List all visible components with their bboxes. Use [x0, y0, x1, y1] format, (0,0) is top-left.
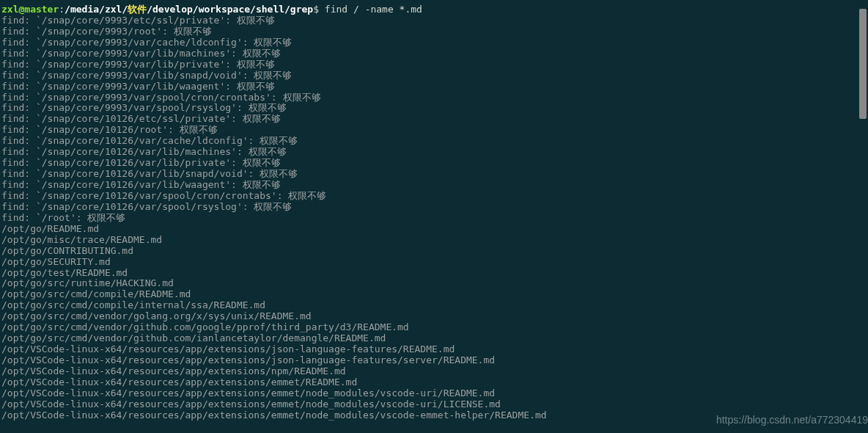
error-line: find: `/snap/core/10126/var/lib/snapd/vo… — [1, 169, 858, 180]
error-line: find: `/snap/core/9993/var/lib/waagent':… — [1, 81, 858, 92]
result-line: /opt/VSCode-linux-x64/resources/app/exte… — [1, 366, 858, 377]
error-line: find: `/snap/core/9993/var/spool/cron/cr… — [1, 92, 858, 103]
prompt-colon: : — [59, 4, 65, 15]
result-line: /opt/VSCode-linux-x64/resources/app/exte… — [1, 377, 858, 388]
error-line: find: `/snap/core/9993/var/lib/private':… — [1, 59, 858, 70]
result-line: /opt/VSCode-linux-x64/resources/app/exte… — [1, 344, 858, 355]
error-output: find: `/snap/core/9993/etc/ssl/private':… — [1, 15, 858, 224]
result-line: /opt/go/src/runtime/HACKING.md — [1, 278, 858, 289]
prompt-line: zxl@master:/media/zxl/软件/develop/workspa… — [1, 4, 858, 15]
error-line: find: `/snap/core/10126/var/spool/rsyslo… — [1, 202, 858, 213]
scrollbar-thumb[interactable] — [859, 9, 867, 119]
error-line: find: `/snap/core/9993/var/cache/ldconfi… — [1, 37, 858, 48]
error-line: find: `/snap/core/10126/var/cache/ldconf… — [1, 136, 858, 147]
result-line: /opt/go/src/cmd/vendor/github.com/ianlan… — [1, 333, 858, 344]
error-line: find: `/root': 权限不够 — [1, 213, 858, 224]
result-line: /opt/VSCode-linux-x64/resources/app/exte… — [1, 399, 858, 410]
result-line: /opt/go/CONTRIBUTING.md — [1, 246, 858, 257]
result-output: /opt/go/README.md/opt/go/misc/trace/READ… — [1, 224, 858, 421]
prompt-user-host: zxl@master — [1, 4, 59, 15]
watermark-text: https://blog.csdn.net/a772304419 — [716, 414, 868, 426]
error-line: find: `/snap/core/9993/var/lib/machines'… — [1, 48, 858, 59]
error-line: find: `/snap/core/10126/var/lib/private'… — [1, 158, 858, 169]
prompt-dollar: $ — [313, 4, 319, 15]
prompt-path-part2: /develop/workspace/shell/grep — [147, 4, 313, 15]
error-line: find: `/snap/core/10126/var/lib/machines… — [1, 147, 858, 158]
error-line: find: `/snap/core/9993/etc/ssl/private':… — [1, 15, 858, 26]
terminal-viewport[interactable]: zxl@master:/media/zxl/软件/develop/workspa… — [0, 0, 858, 433]
result-line: /opt/go/src/cmd/vendor/github.com/google… — [1, 322, 858, 333]
error-line: find: `/snap/core/9993/root': 权限不够 — [1, 26, 858, 37]
result-line: /opt/go/README.md — [1, 224, 858, 235]
prompt-path-yellow: 软件 — [128, 4, 147, 15]
error-line: find: `/snap/core/10126/etc/ssl/private'… — [1, 114, 858, 125]
prompt-path-part1: /media/zxl/ — [65, 4, 128, 15]
error-line: find: `/snap/core/9993/var/spool/rsyslog… — [1, 103, 858, 114]
error-line: find: `/snap/core/10126/var/lib/waagent'… — [1, 180, 858, 191]
command-text: find / -name *.md — [319, 4, 422, 15]
result-line: /opt/go/src/cmd/compile/README.md — [1, 289, 858, 300]
result-line: /opt/go/misc/trace/README.md — [1, 235, 858, 246]
result-line: /opt/VSCode-linux-x64/resources/app/exte… — [1, 355, 858, 366]
result-line: /opt/go/src/cmd/vendor/golang.org/x/sys/… — [1, 311, 858, 322]
result-line: /opt/go/src/cmd/compile/internal/ssa/REA… — [1, 300, 858, 311]
error-line: find: `/snap/core/9993/var/lib/snapd/voi… — [1, 70, 858, 81]
error-line: find: `/snap/core/10126/var/spool/cron/c… — [1, 191, 858, 202]
result-line: /opt/go/test/README.md — [1, 268, 858, 279]
error-line: find: `/snap/core/10126/root': 权限不够 — [1, 125, 858, 136]
result-line: /opt/VSCode-linux-x64/resources/app/exte… — [1, 388, 858, 399]
result-line: /opt/go/SECURITY.md — [1, 257, 858, 268]
